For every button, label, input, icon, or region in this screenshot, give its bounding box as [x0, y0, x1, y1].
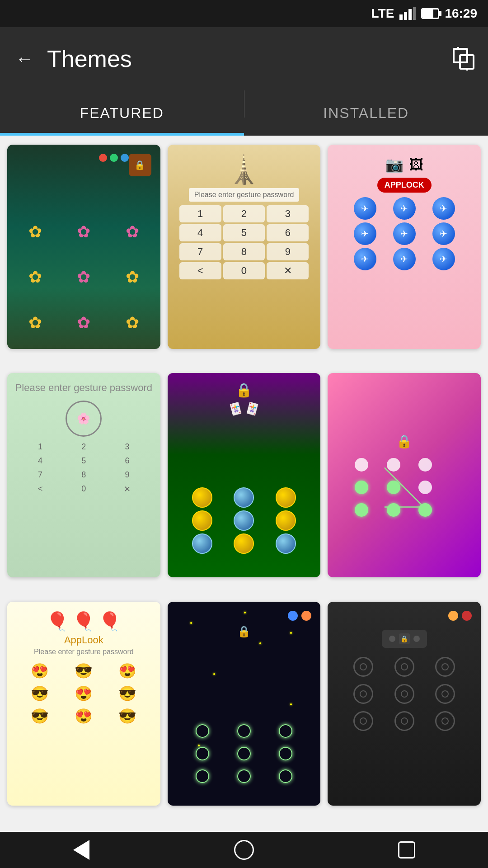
dot-red	[99, 154, 107, 162]
color-dots-header	[172, 611, 316, 621]
emoji-prompt: Please enter gesture password	[34, 648, 134, 656]
clock: 16:29	[445, 6, 477, 21]
crop-button[interactable]	[450, 45, 477, 72]
svg-rect-0	[399, 14, 403, 20]
app-icon-4: ✈	[354, 222, 376, 245]
theme-card-dark-tech[interactable]: 🔒	[328, 602, 481, 806]
tech-dot-2	[394, 657, 414, 677]
app-icon-7: ✈	[354, 248, 376, 270]
pattern-dot-5	[387, 481, 400, 494]
tab-installed[interactable]: INSTALLED	[244, 90, 488, 136]
tech-color-dots	[332, 611, 476, 621]
theme-card-applock-pink[interactable]: 📷 🖼 APPLOCK ✈ ✈ ✈ ✈ ✈ ✈ ✈ ✈ ✈	[328, 145, 481, 349]
pattern-container	[350, 458, 458, 517]
pattern-dot-9	[418, 503, 432, 517]
tab-installed-label: INSTALLED	[323, 105, 409, 122]
theme-card-dark-space[interactable]: 🔒	[168, 602, 321, 806]
dandelion-pattern	[187, 724, 302, 783]
theme-card-eiffel[interactable]: 🗼 Please enter gesture password 1 2 3 4 …	[168, 145, 321, 349]
balloon-purple: 🎈	[72, 611, 95, 632]
dot-red-2	[462, 611, 472, 621]
back-nav-icon	[73, 840, 89, 860]
themes-grid: 🔒 ✿ ✿ ✿ ✿ ✿ ✿ ✿ ✿ ✿ 🗼 Please enter gestu…	[0, 136, 488, 832]
theme-card-floral[interactable]: Please enter gesture password 🌸 1 2 3 4 …	[7, 373, 160, 577]
gallery-icon: 🖼	[409, 156, 423, 173]
tech-dot-8	[394, 711, 414, 731]
applock-header: 📷 🖼	[385, 156, 423, 173]
dark-space-content: 🔒	[168, 602, 321, 806]
space-lock-icon: 🔒	[237, 625, 251, 638]
back-button[interactable]: ←	[11, 45, 38, 72]
theme-card-emoji[interactable]: 🎈 🎈 🎈 AppLook Please enter gesture passw…	[7, 602, 160, 806]
home-nav-icon	[234, 840, 254, 860]
eiffel-tower-icon: 🗼	[227, 154, 261, 186]
battery-icon	[421, 8, 439, 19]
dandelion-dot-8	[237, 769, 251, 783]
signal-bars-icon	[399, 7, 416, 20]
gem-gold-4	[276, 510, 296, 531]
dandelion-dot-5	[237, 747, 251, 760]
gem-blue-2	[234, 510, 254, 531]
color-dots	[99, 154, 129, 162]
gem-gold-2	[276, 487, 296, 508]
floral-numpad: 1 2 3 4 5 6 7 8 9 < 0 ✕	[19, 440, 149, 496]
tab-bar: FEATURED INSTALLED	[0, 90, 488, 136]
pattern-dot-6	[418, 481, 432, 494]
dot-orange-2	[448, 611, 458, 621]
tech-dot-5	[394, 684, 414, 704]
app-icon-3: ✈	[432, 197, 455, 220]
playing-cards: 🃏 🃏	[229, 402, 259, 415]
signal-indicator: LTE	[371, 6, 394, 21]
dandelion-dot-2	[237, 724, 251, 738]
theme-card-pink-pattern[interactable]: 🔒	[328, 373, 481, 577]
balloon-area: 🎈 🎈 🎈	[46, 611, 121, 632]
pink-lock-icon: 🔒	[396, 434, 412, 449]
pattern-dot-3	[418, 458, 432, 472]
flowers-pattern: ✿ ✿ ✿ ✿ ✿ ✿ ✿ ✿ ✿	[7, 206, 160, 349]
tab-featured[interactable]: FEATURED	[0, 90, 244, 136]
tech-dot-7	[353, 711, 373, 731]
theme-card-casino[interactable]: 🔒 🃏 🃏	[168, 373, 321, 577]
dandelion-dot-9	[279, 769, 292, 783]
svg-rect-1	[404, 12, 407, 20]
applock-banner: APPLOCK	[377, 178, 432, 193]
pattern-dots-grid	[350, 458, 436, 517]
eiffel-content: 🗼 Please enter gesture password 1 2 3 4 …	[168, 145, 321, 349]
app-icons-grid: ✈ ✈ ✈ ✈ ✈ ✈ ✈ ✈ ✈	[347, 197, 462, 270]
emoji-content: 🎈 🎈 🎈 AppLook Please enter gesture passw…	[7, 602, 160, 806]
gem-gold-1	[192, 487, 212, 508]
pattern-dot-2	[387, 458, 400, 472]
home-nav-button[interactable]	[226, 836, 262, 863]
casino-lock-icon: 🔒	[235, 382, 252, 398]
dot-blue	[288, 611, 298, 621]
emoji-grid: 😍 😎 😍 😎 😍 😎 😎 😍 😎	[19, 660, 149, 726]
status-bar: LTE 16:29	[0, 0, 488, 27]
casino-gems-grid	[183, 487, 305, 554]
tab-featured-label: FEATURED	[80, 105, 164, 122]
bottom-navigation	[0, 832, 488, 868]
dark-tech-content: 🔒	[328, 602, 481, 806]
app-icon-5: ✈	[393, 222, 416, 245]
dandelion-dot-7	[196, 769, 209, 783]
tech-lock-bar: 🔒	[382, 630, 427, 648]
star-4	[290, 703, 292, 705]
recent-nav-icon	[398, 841, 415, 859]
casino-content: 🔒 🃏 🃏	[168, 373, 321, 577]
pattern-dot-4	[355, 481, 368, 494]
tech-dots-grid	[347, 657, 462, 731]
star-3	[213, 673, 215, 675]
status-bar-right: LTE 16:29	[371, 6, 477, 21]
tech-dot-3	[435, 657, 455, 677]
pink-pattern-content: 🔒	[328, 373, 481, 577]
svg-rect-2	[408, 9, 412, 20]
back-nav-button[interactable]	[63, 836, 99, 863]
app-header: ← Themes	[0, 27, 488, 90]
gesture-prompt: Please enter gesture password	[15, 382, 152, 394]
recent-nav-button[interactable]	[389, 836, 425, 863]
theme-card-nature[interactable]: 🔒 ✿ ✿ ✿ ✿ ✿ ✿ ✿ ✿ ✿	[7, 145, 160, 349]
svg-rect-3	[413, 7, 416, 20]
dandelion-dot-1	[196, 724, 209, 738]
crop-icon	[452, 47, 475, 71]
floral-content: Please enter gesture password 🌸 1 2 3 4 …	[7, 373, 160, 577]
dandelion-dot-4	[196, 747, 209, 760]
